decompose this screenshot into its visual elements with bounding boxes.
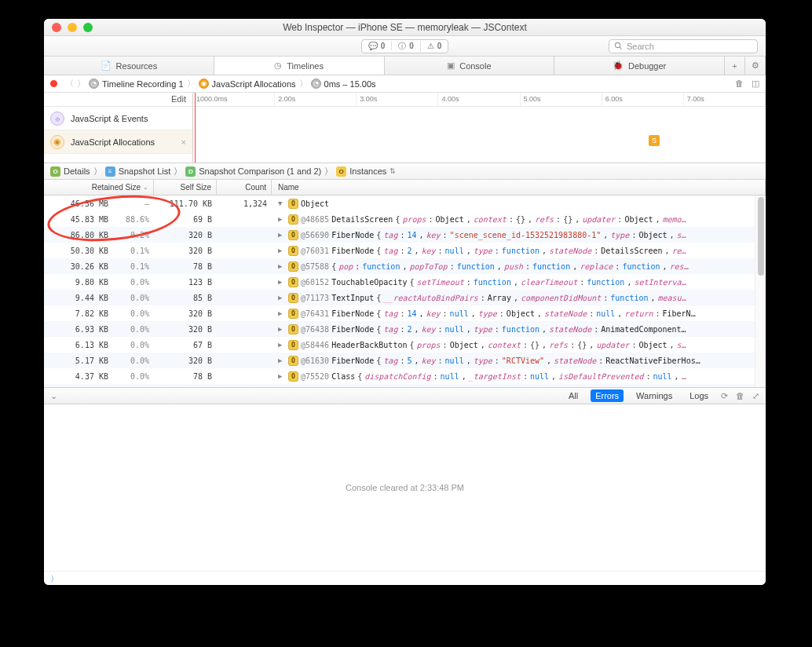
titlebar[interactable]: Web Inspector — iPhone SE — memoryleak —… — [44, 19, 766, 36]
crumb-instances[interactable]: Instances — [349, 166, 386, 176]
tab-resources[interactable]: 📄Resources — [44, 57, 214, 75]
messages-badge[interactable]: 💬 0 — [362, 42, 393, 50]
crumb-recording[interactable]: ◔Timeline Recording 1 — [89, 79, 184, 89]
trash-icon[interactable]: 🗑 — [735, 79, 744, 89]
close-icon[interactable] — [52, 23, 61, 32]
issues-badge[interactable]: ⓘ 0 — [392, 41, 421, 52]
table-row[interactable]: 86.80 KB0.2%320 B▶O @56690 FiberNode {ta… — [44, 227, 766, 243]
timeline-list: Edit ⟐JavaScript & Events ◉JavaScript Al… — [44, 93, 193, 163]
table-row[interactable]: 5.17 KB0.0%320 B▶O @61630 FiberNode {tag… — [44, 353, 766, 368]
disclosure-icon[interactable]: ▶ — [278, 294, 286, 302]
table-row[interactable]: 9.44 KB0.0%85 B▶O @71173 TextInput {__re… — [44, 290, 766, 305]
tick: 2.00s — [275, 93, 357, 106]
object-icon: O — [288, 293, 298, 303]
disclosure-icon[interactable]: ▶ — [278, 341, 286, 349]
tab-add[interactable]: + — [725, 57, 745, 75]
object-icon: O — [288, 261, 298, 272]
nav-forward[interactable]: 〉 — [77, 78, 86, 90]
crumb-comparison[interactable]: Snapshot Comparison (1 and 2) — [199, 166, 321, 176]
disclosure-icon[interactable]: ▶ — [278, 247, 286, 254]
tab-settings[interactable]: ⚙ — [745, 57, 766, 75]
disclosure-icon[interactable]: ▶ — [278, 309, 286, 317]
crumb-range[interactable]: ◔0ms – 15.00s — [311, 79, 376, 89]
trash-icon[interactable]: 🗑 — [736, 391, 744, 400]
record-button[interactable] — [50, 80, 57, 87]
clock-icon: ◷ — [274, 60, 282, 71]
minimize-icon[interactable] — [68, 23, 77, 32]
table-row[interactable]: 7.82 KB0.0%320 B▶O @76431 FiberNode {tag… — [44, 305, 766, 321]
disclosure-open-icon[interactable]: ▼ — [278, 199, 286, 207]
object-icon: O — [288, 356, 298, 366]
col-self[interactable]: Self Size — [154, 180, 217, 195]
filter-all[interactable]: All — [564, 389, 583, 402]
object-icon: O — [288, 324, 298, 334]
disclosure-icon[interactable]: ▶ — [278, 356, 286, 364]
object-icon: O — [288, 340, 298, 350]
bug-icon: 🐞 — [613, 60, 624, 71]
table-row[interactable]: 45.83 MB88.6%69 B▶O @48685 DetailsScreen… — [44, 211, 766, 227]
tab-debugger[interactable]: 🐞Debugger — [554, 57, 725, 75]
details-icon: O — [50, 166, 60, 177]
crumb-allocations[interactable]: ◉JavaScript Allocations — [199, 79, 296, 89]
object-icon: O — [288, 199, 298, 209]
scrollbar[interactable] — [755, 196, 766, 387]
timeline-ruler[interactable]: 1000.0ms2.00s3.00s4.00s5.00s6.00s7.00s S — [193, 93, 766, 163]
row-js-allocations[interactable]: ◉JavaScript Allocations× — [44, 130, 192, 154]
object-icon: O — [288, 387, 298, 388]
col-name[interactable]: Name — [272, 180, 766, 195]
row-js-events[interactable]: ⟐JavaScript & Events — [44, 107, 192, 130]
filter-errors[interactable]: Errors — [591, 389, 624, 402]
snapshot-marker[interactable]: S — [649, 135, 660, 146]
sort-icon[interactable]: ⇅ — [390, 167, 396, 175]
nav-back[interactable]: 〈 — [65, 78, 74, 90]
warnings-badge[interactable]: ⚠ 0 — [421, 42, 448, 50]
playhead[interactable] — [195, 93, 196, 163]
console-filter-bar: ⌄ All Errors Warnings Logs ⟳ 🗑 ⤢ — [44, 387, 766, 404]
tab-console[interactable]: ▣Console — [385, 57, 555, 75]
issue-badges[interactable]: 💬 0 ⓘ 0 ⚠ 0 — [361, 39, 449, 53]
data-grid[interactable]: 46.36 MB— 111.70 KB 1,324 ▼O Object 45.8… — [44, 196, 766, 387]
tick: 1000.0ms — [193, 93, 275, 106]
scope-icon[interactable]: ⌄ — [50, 391, 57, 401]
close-icon[interactable]: × — [181, 137, 186, 147]
disclosure-icon[interactable]: ▶ — [278, 372, 286, 380]
table-row[interactable]: 4.37 KB0.0%78 B▶O @75520 Class {dispatch… — [44, 368, 766, 384]
search-icon — [614, 42, 623, 50]
object-icon: O — [288, 309, 298, 319]
table-row[interactable]: 30.26 KB0.1%78 B▶O @57588 {pop: function… — [44, 258, 766, 274]
tab-timelines[interactable]: ◷Timelines — [214, 57, 385, 75]
reload-icon[interactable]: ⟳ — [721, 391, 728, 401]
grid-header: Retained Size⌄ Self Size Count Name — [44, 180, 766, 196]
disclosure-icon[interactable]: ▶ — [278, 231, 286, 239]
tick: 4.00s — [438, 93, 520, 106]
table-row[interactable]: 6.93 KB0.0%320 B▶O @76438 FiberNode {tag… — [44, 321, 766, 337]
crumb-details[interactable]: Details — [64, 166, 90, 176]
stopwatch-icon: ◔ — [311, 79, 321, 89]
tick: 6.00s — [602, 93, 684, 106]
disclosure-icon[interactable]: ▶ — [278, 215, 286, 223]
search-input[interactable]: Search — [609, 39, 758, 53]
object-icon: O — [288, 246, 298, 256]
filter-logs[interactable]: Logs — [685, 389, 713, 402]
crumb-snapshot-list[interactable]: Snapshot List — [119, 166, 171, 176]
zoom-icon[interactable] — [83, 23, 93, 32]
toolbar: 💬 0 ⓘ 0 ⚠ 0 Search — [44, 36, 766, 57]
panel-toggle-icon[interactable]: ◫ — [752, 79, 759, 89]
console-prompt[interactable]: 〉 — [44, 571, 766, 585]
object-icon: O — [288, 230, 298, 240]
col-count[interactable]: Count — [217, 180, 272, 195]
disclosure-icon[interactable]: ▶ — [278, 278, 286, 286]
disclosure-icon[interactable]: ▶ — [278, 262, 286, 270]
table-row[interactable]: 9.80 KB0.0%123 B▶O @60152 TouchableOpaci… — [44, 274, 766, 290]
expand-icon[interactable]: ⤢ — [752, 391, 759, 401]
table-row[interactable]: 50.30 KB0.1%320 B▶O @76031 FiberNode {ta… — [44, 243, 766, 258]
table-row[interactable]: 4.37 KB0.0%78 B▶O @75328 Class {dispatch… — [44, 384, 766, 387]
disclosure-icon[interactable]: ▶ — [278, 325, 286, 333]
filter-warnings[interactable]: Warnings — [631, 389, 677, 402]
table-row[interactable]: 6.13 KB0.0%67 B▶O @58446 HeaderBackButto… — [44, 337, 766, 353]
edit-button[interactable]: Edit — [44, 93, 192, 107]
scroll-thumb[interactable] — [758, 197, 764, 276]
script-icon: ⟐ — [50, 111, 64, 126]
col-retained[interactable]: Retained Size⌄ — [44, 180, 154, 195]
traffic-lights — [44, 23, 93, 32]
